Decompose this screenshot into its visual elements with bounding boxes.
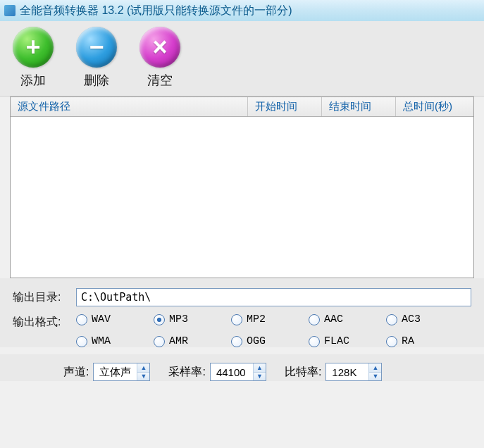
- titlebar: 全能音频转换器 13.2 (试用版只能转换源文件的一部分): [0, 0, 484, 21]
- bitrate-label: 比特率:: [285, 365, 321, 380]
- format-radio-aac[interactable]: AAC: [309, 313, 386, 325]
- format-radio-label: MP3: [169, 313, 188, 325]
- close-icon: ×: [139, 27, 180, 68]
- channel-spinner[interactable]: 立体声 ▲▼: [93, 363, 150, 381]
- audio-settings-row: 声道: 立体声 ▲▼ 采样率: 44100 ▲▼ 比特率: 128K ▲▼: [0, 354, 484, 381]
- radio-icon: [76, 336, 87, 347]
- list-header: 源文件路径 开始时间 结束时间 总时间(秒): [11, 97, 473, 117]
- format-radio-mp3[interactable]: MP3: [154, 313, 231, 325]
- samplerate-value: 44100: [211, 366, 253, 378]
- format-radio-flac[interactable]: FLAC: [309, 335, 386, 347]
- spinner-arrows-icon[interactable]: ▲▼: [137, 363, 149, 380]
- output-dir-row: 输出目录:: [13, 288, 471, 306]
- spinner-arrows-icon[interactable]: ▲▼: [253, 363, 266, 380]
- format-radio-mp2[interactable]: MP2: [231, 313, 309, 325]
- output-format-row: 输出格式: WAVMP3MP2AACAC3WMAAMROGGFLACRA: [13, 313, 471, 347]
- col-start-time[interactable]: 开始时间: [248, 97, 322, 116]
- app-icon: [4, 5, 15, 16]
- samplerate-spinner[interactable]: 44100 ▲▼: [210, 363, 266, 381]
- minus-icon: −: [76, 27, 117, 68]
- radio-icon: [386, 314, 397, 325]
- add-label: 添加: [20, 72, 46, 89]
- output-format-label: 输出格式:: [13, 313, 76, 330]
- radio-icon: [154, 314, 165, 325]
- radio-icon: [231, 336, 242, 347]
- format-radio-wma[interactable]: WMA: [76, 335, 154, 347]
- delete-button[interactable]: − 删除: [76, 27, 117, 89]
- clear-label: 清空: [147, 72, 173, 89]
- channel-value: 立体声: [94, 366, 137, 379]
- radio-icon: [154, 336, 165, 347]
- delete-label: 删除: [84, 72, 109, 89]
- format-radio-label: WMA: [92, 335, 111, 347]
- radio-icon: [386, 336, 397, 347]
- col-source-path[interactable]: 源文件路径: [11, 97, 248, 116]
- window-title: 全能音频转换器 13.2 (试用版只能转换源文件的一部分): [20, 4, 292, 18]
- format-radio-group: WAVMP3MP2AACAC3WMAAMROGGFLACRA: [76, 313, 464, 347]
- add-button[interactable]: + 添加: [13, 27, 54, 89]
- col-total-time[interactable]: 总时间(秒): [396, 97, 473, 116]
- file-list: 源文件路径 开始时间 结束时间 总时间(秒): [10, 97, 474, 278]
- toolbar: + 添加 − 删除 × 清空: [0, 21, 484, 97]
- plus-icon: +: [13, 27, 54, 68]
- col-end-time[interactable]: 结束时间: [322, 97, 396, 116]
- radio-icon: [309, 336, 320, 347]
- format-radio-ac3[interactable]: AC3: [386, 313, 464, 325]
- radio-icon: [309, 314, 320, 325]
- clear-button[interactable]: × 清空: [139, 27, 180, 89]
- format-radio-label: MP2: [247, 313, 266, 325]
- format-radio-wav[interactable]: WAV: [76, 313, 154, 325]
- format-radio-label: FLAC: [324, 335, 349, 347]
- output-dir-input[interactable]: [76, 288, 471, 306]
- format-radio-label: AC3: [402, 313, 421, 325]
- output-dir-label: 输出目录:: [13, 290, 76, 305]
- radio-icon: [76, 314, 87, 325]
- format-radio-label: AMR: [169, 335, 188, 347]
- spinner-arrows-icon[interactable]: ▲▼: [368, 363, 381, 380]
- bitrate-value: 128K: [326, 366, 368, 378]
- format-radio-label: RA: [402, 335, 414, 347]
- list-body[interactable]: [11, 117, 473, 278]
- format-radio-label: AAC: [324, 313, 343, 325]
- format-radio-amr[interactable]: AMR: [154, 335, 231, 347]
- format-radio-label: OGG: [247, 335, 266, 347]
- format-radio-ogg[interactable]: OGG: [231, 335, 309, 347]
- bitrate-spinner[interactable]: 128K ▲▼: [325, 363, 382, 381]
- samplerate-label: 采样率:: [168, 365, 205, 380]
- format-radio-ra[interactable]: RA: [386, 335, 464, 347]
- format-radio-label: WAV: [92, 313, 111, 325]
- radio-icon: [231, 314, 242, 325]
- output-section: 输出目录: 输出格式: WAVMP3MP2AACAC3WMAAMROGGFLAC…: [0, 278, 484, 347]
- channel-label: 声道:: [63, 365, 89, 380]
